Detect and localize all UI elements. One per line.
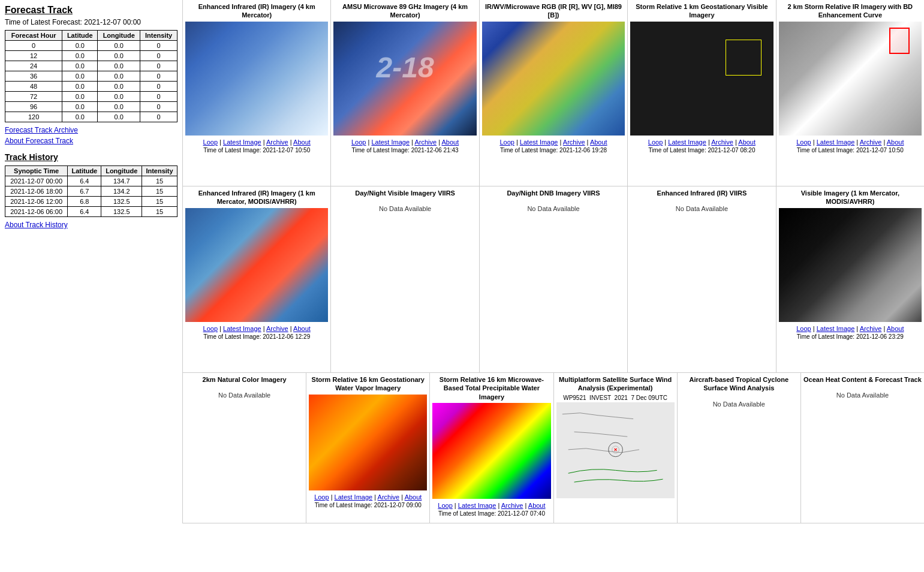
ir1km-about-link[interactable]: About — [293, 325, 311, 332]
geo-about-link[interactable]: About — [738, 139, 756, 146]
cell-natural-color-title: 2km Natural Color Imagery — [203, 375, 287, 384]
cell-wind-analysis: Multiplatform Satellite Surface Wind Ana… — [554, 373, 678, 523]
wv-latest-link[interactable]: Latest Image — [335, 493, 373, 501]
cell-bd-time: Time of Latest Image: 2021-12-07 10:50 — [797, 147, 904, 153]
cell-vis-1km-image[interactable] — [779, 208, 922, 322]
history-table-row: 2021-12-06 12:006.8132.515 — [5, 197, 177, 207]
vis1km-about-link[interactable]: About — [887, 325, 904, 332]
ir4km-archive-link[interactable]: Archive — [266, 139, 288, 146]
geo-loop-link[interactable]: Loop — [648, 139, 663, 146]
forecast-track-title: Forecast Track — [5, 5, 177, 16]
history-col-lon: Longitude — [101, 166, 142, 176]
amsu-archive-link[interactable]: Archive — [414, 139, 437, 146]
svg-line-6 — [609, 435, 627, 436]
cell-vis-1km-links: Loop | Latest Image | Archive | About — [796, 325, 904, 332]
ir4km-latest-link[interactable]: Latest Image — [223, 139, 261, 146]
cell-geo-image[interactable] — [630, 22, 773, 136]
geo-latest-link[interactable]: Latest Image — [668, 139, 706, 146]
forecast-col-lat: Latitude — [62, 31, 98, 41]
cell-geo-time: Time of Latest Image: 2021-12-07 08:20 — [648, 147, 755, 153]
rgb-archive-link[interactable]: Archive — [563, 139, 585, 146]
cell-bd: 2 km Storm Relative IR Imagery with BD E… — [776, 0, 924, 186]
forecast-col-intensity: Intensity — [140, 31, 177, 41]
pw-loop-link[interactable]: Loop — [438, 502, 452, 509]
cell-rgb-image[interactable] — [482, 22, 625, 136]
cell-dnb-viirs-nodata: No Data Available — [527, 205, 579, 212]
cell-ir-1km-image[interactable] — [185, 208, 328, 322]
about-track-history-link[interactable]: About Track History — [5, 221, 177, 229]
pw-about-link[interactable]: About — [528, 502, 546, 509]
cell-aircraft-wind-nodata: No Data Available — [713, 401, 765, 408]
grid-row-2: Enhanced Infrared (IR) Imagery (1 km Mer… — [183, 186, 924, 373]
track-history-title: Track History — [5, 152, 177, 162]
cell-natural-color: 2km Natural Color Imagery No Data Availa… — [183, 373, 306, 523]
vis1km-archive-link[interactable]: Archive — [860, 325, 882, 332]
wv-about-link[interactable]: About — [405, 493, 422, 501]
wv-loop-link[interactable]: Loop — [314, 493, 329, 501]
cell-wind-analysis-image[interactable] — [556, 402, 675, 498]
wind-label: WP9521 INVEST 2021 7 Dec 09UTC — [563, 395, 667, 401]
cell-bd-title: 2 km Storm Relative IR Imagery with BD E… — [779, 2, 922, 20]
content-grid: Enhanced Infrared (IR) Imagery (4 km Mer… — [183, 0, 924, 523]
cell-rgb-time: Time of Latest Image: 2021-12-06 19:28 — [500, 147, 607, 153]
history-table-row: 2021-12-06 18:006.7134.215 — [5, 186, 177, 197]
svg-line-8 — [586, 448, 604, 450]
cell-rgb-title: IR/WV/Microwave RGB (IR [R], WV [G], MI8… — [482, 2, 625, 20]
pw-latest-link[interactable]: Latest Image — [458, 502, 496, 509]
bd-latest-link[interactable]: Latest Image — [817, 139, 855, 146]
ir1km-loop-link[interactable]: Loop — [203, 325, 218, 332]
svg-line-0 — [562, 413, 580, 414]
rgb-about-link[interactable]: About — [590, 139, 607, 146]
amsu-loop-link[interactable]: Loop — [351, 139, 366, 146]
cell-water-vapor-image[interactable] — [309, 395, 427, 490]
cell-bd-image[interactable] — [779, 22, 922, 136]
cell-ir-4km-time: Time of Latest Image: 2021-12-07 10:50 — [203, 147, 310, 153]
cell-eir-viirs-title: Enhanced Infrared (IR) VIIRS — [657, 189, 747, 197]
forecast-col-hour: Forecast Hour — [5, 31, 62, 41]
geo-archive-link[interactable]: Archive — [711, 139, 733, 146]
cell-ir-4km-image[interactable] — [185, 22, 328, 136]
amsu-latest-link[interactable]: Latest Image — [371, 139, 410, 146]
about-forecast-track-link[interactable]: About Forecast Track — [5, 137, 177, 145]
ir4km-loop-link[interactable]: Loop — [203, 139, 218, 146]
forecast-table-row: 360.00.00 — [5, 71, 177, 82]
cell-amsu-links: Loop | Latest Image | Archive | About — [351, 139, 459, 146]
cell-precip-water-time: Time of Latest Image: 2021-12-07 07:40 — [438, 510, 545, 517]
wv-archive-link[interactable]: Archive — [378, 493, 400, 501]
cell-dnb-viirs: Day/Night DNB Imagery VIIRS No Data Avai… — [480, 186, 628, 372]
history-table: Synoptic Time Latitude Longitude Intensi… — [5, 165, 177, 217]
svg-line-2 — [598, 415, 616, 417]
vis1km-loop-link[interactable]: Loop — [796, 325, 811, 332]
rgb-loop-link[interactable]: Loop — [499, 139, 514, 146]
ir1km-archive-link[interactable]: Archive — [266, 325, 288, 332]
pw-archive-link[interactable]: Archive — [501, 502, 523, 509]
cell-dnv-viirs-title: Day/Night Visible Imagery VIIRS — [355, 189, 455, 197]
cell-geo-links: Loop | Latest Image | Archive | About — [648, 139, 756, 146]
rgb-latest-link[interactable]: Latest Image — [520, 139, 558, 146]
history-col-intensity: Intensity — [142, 166, 177, 176]
bd-archive-link[interactable]: Archive — [860, 139, 882, 146]
bd-about-link[interactable]: About — [887, 139, 904, 146]
forecast-track-archive-link[interactable]: Forecast Track Archive — [5, 126, 177, 134]
cell-amsu-image[interactable]: 2-18 — [333, 22, 476, 136]
cell-amsu-time: Time of Latest Image: 2021-12-06 21:43 — [352, 147, 459, 153]
cell-rgb-links: Loop | Latest Image | Archive | About — [499, 139, 607, 146]
bd-loop-link[interactable]: Loop — [796, 139, 811, 146]
ir4km-about-link[interactable]: About — [293, 139, 311, 146]
cell-precip-water-image[interactable] — [432, 403, 550, 499]
history-col-time: Synoptic Time — [5, 166, 68, 176]
ir1km-latest-link[interactable]: Latest Image — [223, 325, 261, 332]
vis1km-latest-link[interactable]: Latest Image — [817, 325, 855, 332]
history-table-row: 2021-12-06 06:006.4132.515 — [5, 207, 177, 217]
cell-ir-1km-links: Loop | Latest Image | Archive | About — [203, 325, 311, 332]
amsu-about-link[interactable]: About — [441, 139, 459, 146]
latest-forecast-time: Time of Latest Forecast: 2021-12-07 00:0… — [5, 18, 177, 26]
forecast-table-row: 720.00.00 — [5, 92, 177, 102]
cell-precip-water-links: Loop | Latest Image | Archive | About — [438, 502, 545, 509]
history-table-row: 2021-12-07 00:006.4134.715 — [5, 176, 177, 186]
grid-row-1: Enhanced Infrared (IR) Imagery (4 km Mer… — [183, 0, 924, 186]
cell-water-vapor: Storm Relative 16 km Geostationary Water… — [306, 373, 430, 523]
forecast-col-lon: Longitude — [98, 31, 140, 41]
cell-water-vapor-title: Storm Relative 16 km Geostationary Water… — [309, 375, 427, 393]
forecast-table: Forecast Hour Latitude Longitude Intensi… — [5, 30, 177, 122]
